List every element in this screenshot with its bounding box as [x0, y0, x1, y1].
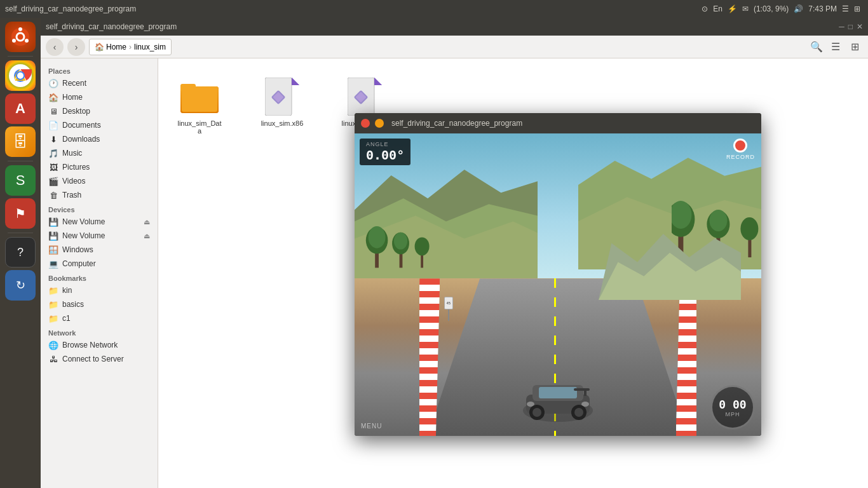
- grid-button[interactable]: ⊞: [846, 39, 863, 55]
- eject-btn-1[interactable]: ⏏: [144, 218, 150, 226]
- keyboard-layout[interactable]: En: [713, 4, 722, 13]
- trash-icon: 🗑: [48, 190, 58, 200]
- sidebar-item-music[interactable]: 🎵 Music: [41, 146, 158, 160]
- sidebar-item-pictures[interactable]: 🖼 Pictures: [41, 160, 158, 174]
- svg-point-46: [394, 233, 407, 250]
- trees-left: [363, 218, 436, 271]
- rocky-terrain: [599, 224, 741, 300]
- sim-window: self_driving_car_nanodegree_program: [355, 113, 761, 436]
- menu-icon[interactable]: ☰: [842, 4, 849, 13]
- script-icon-x86: [262, 76, 302, 117]
- mail-icon: ✉: [742, 4, 749, 13]
- browse-network-icon: 🌐: [48, 340, 58, 350]
- forward-button[interactable]: ›: [67, 38, 85, 56]
- typeapp-icon[interactable]: A: [5, 93, 36, 124]
- sidebar-item-basics[interactable]: 📁 basics: [41, 297, 158, 311]
- sidebar-label-basics: basics: [62, 300, 84, 309]
- sidebar-label-trash: Trash: [62, 191, 81, 200]
- computer-icon: 💻: [48, 259, 58, 269]
- svg-point-4: [12, 39, 16, 43]
- volume-icon[interactable]: 🔊: [794, 4, 803, 13]
- window-title: self_driving_car_nanodegree_program: [0, 4, 136, 13]
- search-button[interactable]: 🔍: [808, 39, 825, 55]
- breadcrumb: 🏠 Home › linux_sim: [89, 39, 172, 55]
- hud-menu[interactable]: MENU: [361, 423, 382, 430]
- svg-rect-44: [399, 253, 402, 268]
- kin-icon: 📁: [48, 285, 58, 295]
- svg-rect-39: [574, 388, 590, 391]
- music-icon: 🎵: [48, 148, 58, 158]
- sidebar-item-newvol1[interactable]: 💾 New Volume ⏏: [41, 215, 158, 229]
- home-icon: 🏠: [48, 92, 58, 102]
- ubuntu-logo-icon[interactable]: [5, 22, 36, 52]
- sidebar-item-trash[interactable]: 🗑 Trash: [41, 188, 158, 202]
- fm-minimize-btn[interactable]: ─: [839, 22, 844, 31]
- grid-icon[interactable]: ⊞: [854, 4, 860, 13]
- file-label-linux-sim-data: linux_sim_Data: [176, 119, 223, 135]
- road-area: [355, 278, 761, 436]
- breadcrumb-linux-sim[interactable]: linux_sim: [134, 43, 166, 51]
- svg-point-43: [368, 226, 385, 248]
- terminal-icon[interactable]: ?: [5, 237, 36, 268]
- fm-titlebar: self_driving_car_nanodegree_program ─ □ …: [41, 18, 868, 36]
- fm-close-btn[interactable]: ✕: [857, 22, 863, 31]
- places-header: Places: [41, 64, 158, 76]
- sidebar-label-desktop: Desktop: [62, 107, 90, 116]
- sidebar-label-computer: Computer: [62, 259, 96, 268]
- clock: 7:43 PM: [808, 4, 837, 13]
- menu-button[interactable]: ☰: [827, 39, 844, 55]
- desktop-icon: 🖥: [48, 106, 58, 116]
- network-header: Network: [41, 325, 158, 338]
- file-item-linux-sim-data[interactable]: linux_sim_Data: [171, 71, 228, 140]
- sidebar-label-pictures: Pictures: [62, 163, 90, 172]
- sidebar-label-c1: c1: [62, 314, 71, 323]
- file-item-linux-sim-x86[interactable]: linux_sim.x86: [254, 71, 311, 140]
- fm-toolbar-right: 🔍 ☰ ⊞: [808, 39, 863, 55]
- sim-min-btn[interactable]: [375, 119, 384, 128]
- unity-sidebar: A 🗄 S ⚑ ? ↻: [0, 18, 41, 488]
- chrome-icon[interactable]: [5, 60, 36, 91]
- hardinfo-icon[interactable]: ⚑: [5, 198, 36, 229]
- sidebar-item-desktop[interactable]: 🖥 Desktop: [41, 104, 158, 118]
- svg-point-38: [574, 408, 583, 417]
- back-button[interactable]: ‹: [46, 38, 64, 56]
- libreoffice-icon[interactable]: S: [5, 165, 36, 196]
- breadcrumb-home[interactable]: 🏠 Home: [95, 43, 126, 51]
- sidebar-label-documents: Documents: [62, 121, 101, 130]
- windows-icon: 🪟: [48, 245, 58, 255]
- svg-marker-15: [292, 78, 299, 85]
- sidebar-item-windows[interactable]: 🪟 Windows: [41, 243, 158, 257]
- sidebar-item-connect-server[interactable]: 🖧 Connect to Server: [41, 352, 158, 366]
- sim-close-btn[interactable]: [361, 119, 370, 128]
- pictures-icon: 🖼: [48, 162, 58, 172]
- sidebar-separator-1: [8, 56, 33, 57]
- sidebar-item-kin[interactable]: 📁 kin: [41, 283, 158, 297]
- sidebar-item-videos[interactable]: 🎬 Videos: [41, 174, 158, 188]
- sidebar-item-recent[interactable]: 🕐 Recent: [41, 76, 158, 90]
- svg-point-36: [532, 408, 541, 417]
- svg-rect-47: [421, 255, 423, 268]
- files-icon[interactable]: 🗄: [5, 126, 36, 157]
- sidebar-item-newvol2[interactable]: 💾 New Volume ⏏: [41, 229, 158, 243]
- sidebar-item-documents[interactable]: 📄 Documents: [41, 118, 158, 132]
- sidebar-item-computer[interactable]: 💻 Computer: [41, 257, 158, 271]
- sidebar-item-downloads[interactable]: ⬇ Downloads: [41, 132, 158, 146]
- sidebar-item-c1[interactable]: 📁 c1: [41, 311, 158, 325]
- connect-server-icon: 🖧: [48, 354, 58, 364]
- folder-icon-linux-sim-data: [179, 76, 220, 117]
- newvol1-icon: 💾: [48, 217, 58, 227]
- svg-point-8: [17, 72, 24, 79]
- svg-rect-16: [292, 85, 299, 116]
- record-button[interactable]: [733, 139, 747, 152]
- sidebar-item-home[interactable]: 🏠 Home: [41, 90, 158, 104]
- svg-point-2: [18, 27, 22, 31]
- eject-btn-2[interactable]: ⏏: [144, 232, 150, 240]
- fm-maximize-btn[interactable]: □: [848, 22, 853, 31]
- speed-value: 0 00: [719, 398, 746, 411]
- system-tray: ⊙ En ⚡ ✉ (1:03, 9%) 🔊 7:43 PM ☰ ⊞: [702, 4, 868, 13]
- update-icon[interactable]: ↻: [5, 270, 36, 301]
- sidebar-item-browse-network[interactable]: 🌐 Browse Network: [41, 338, 158, 352]
- road-sign-left: 45: [444, 297, 453, 321]
- hud-angle-display: ANGLE 0.00°: [360, 139, 410, 165]
- speed-unit: MPH: [726, 411, 740, 417]
